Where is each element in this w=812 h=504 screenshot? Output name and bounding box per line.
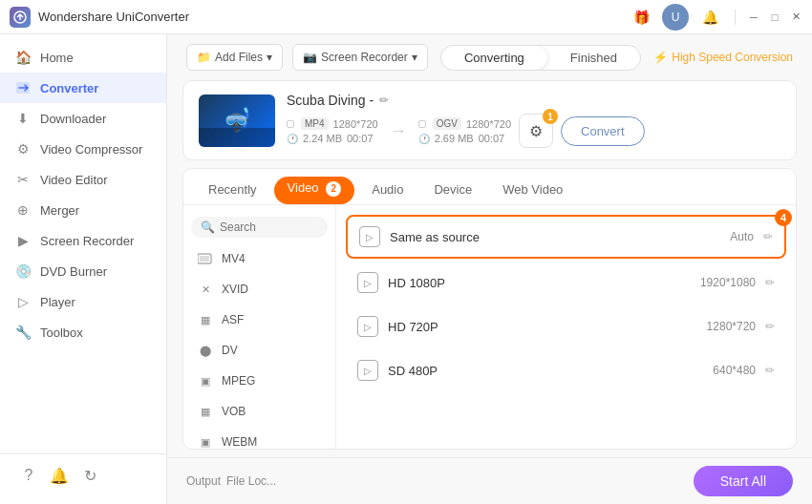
edit-icon-3[interactable]: ✏ xyxy=(765,320,775,333)
sidebar-item-toolbox[interactable]: 🔧 Toolbox xyxy=(0,317,166,347)
item-title: Scuba Diving - ✏ xyxy=(287,93,780,108)
film-icon-3: ▦ xyxy=(197,311,214,328)
film-icon-7: ▣ xyxy=(197,433,214,449)
close-button[interactable]: ✕ xyxy=(789,10,802,24)
target-file-info: OGV 1280*720 🕐 2.69 MB 00:07 xyxy=(418,117,511,144)
tab-group: Converting Finished xyxy=(438,45,645,71)
clock-icon-2: 🕐 xyxy=(418,134,430,144)
start-all-button[interactable]: Start All xyxy=(694,466,793,496)
quality-item-same-source[interactable]: ▷ Same as source Auto ✏ 4 xyxy=(346,215,786,259)
bottom-bar: Output File Loc... Start All xyxy=(167,457,812,504)
file-location-label: File Loc... xyxy=(226,474,276,488)
film-icon-5: ▣ xyxy=(197,372,214,389)
film-icon-6: ▦ xyxy=(197,403,214,420)
tab-web-video[interactable]: Web Video xyxy=(489,177,576,204)
quality-item-hd1080p[interactable]: ▷ HD 1080P 1920*1080 ✏ xyxy=(346,262,786,303)
tab-device[interactable]: Device xyxy=(420,177,485,204)
app-title: Wondershare UniConverter xyxy=(38,10,628,24)
sidebar-item-player[interactable]: ▷ Player xyxy=(0,286,166,317)
format-panel-inner: 🔍 MV4 ✕ XVID ▦ ASF xyxy=(183,205,796,449)
edit-icon-4[interactable]: ✏ xyxy=(765,364,775,377)
title-bar: Wondershare UniConverter 🎁 U 🔔 ─ □ ✕ xyxy=(0,0,812,34)
bell-icon[interactable]: 🔔 xyxy=(696,4,723,31)
dvd-burner-icon: 💿 xyxy=(15,263,31,279)
toolbox-icon: 🔧 xyxy=(15,325,31,340)
downloader-icon: ⬇ xyxy=(15,111,31,126)
film-icon-2: ✕ xyxy=(197,281,214,298)
user-avatar[interactable]: U xyxy=(662,4,689,31)
gift-icon[interactable]: 🎁 xyxy=(628,4,654,31)
format-item-vob[interactable]: ▦ VOB xyxy=(183,396,335,427)
sidebar-bottom: ? 🔔 ↻ xyxy=(0,453,166,496)
tab-video[interactable]: Video 2 xyxy=(274,177,355,204)
format-item-asf[interactable]: ▦ ASF xyxy=(183,304,335,335)
tab-finished[interactable]: Finished xyxy=(547,46,640,70)
play-icon-3: ▷ xyxy=(357,316,378,337)
title-bar-actions: 🎁 U 🔔 ─ □ ✕ xyxy=(628,4,802,31)
notification-icon[interactable]: 🔔 xyxy=(46,462,73,489)
app-logo xyxy=(10,7,31,28)
camera-button[interactable]: 📷 Screen Recorder ▾ xyxy=(292,44,428,71)
quality-list: ▷ Same as source Auto ✏ 4 ▷ HD 1080P 192… xyxy=(336,205,796,449)
high-speed-button[interactable]: ⚡ High Speed Conversion xyxy=(653,51,793,64)
maximize-button[interactable]: □ xyxy=(768,10,781,24)
format-panel-outer: Recently Video 2 Audio Device Web Video … xyxy=(182,168,797,450)
search-icon: 🔍 xyxy=(201,220,215,234)
minimize-button[interactable]: ─ xyxy=(747,10,760,24)
lightning-icon: ⚡ xyxy=(653,51,668,64)
clock-icon: 🕐 xyxy=(287,134,298,144)
chevron-down-icon: ▾ xyxy=(267,51,272,64)
sidebar-item-converter[interactable]: Converter xyxy=(0,73,166,103)
edit-icon-2[interactable]: ✏ xyxy=(765,276,775,289)
camera-icon: 📷 xyxy=(303,51,317,64)
output-label: Output xyxy=(186,474,221,488)
format-item-mv4[interactable]: MV4 xyxy=(183,243,335,274)
svg-rect-3 xyxy=(200,256,209,262)
film-icon-4: ⬤ xyxy=(197,342,214,359)
screen-recorder-icon: ▶ xyxy=(15,233,31,248)
sidebar-item-dvd-burner[interactable]: 💿 DVD Burner xyxy=(0,256,166,286)
edit-title-icon[interactable]: ✏ xyxy=(379,94,389,107)
edit-icon[interactable]: ✏ xyxy=(763,230,773,243)
quality-item-hd720p[interactable]: ▷ HD 720P 1280*720 ✏ xyxy=(346,306,786,346)
question-icon[interactable]: ? xyxy=(15,462,42,489)
settings-button[interactable]: ⚙ 1 xyxy=(519,114,553,148)
format-item-dv[interactable]: ⬤ DV xyxy=(183,335,335,366)
quality-item-sd480p[interactable]: ▷ SD 480P 640*480 ✏ xyxy=(346,350,786,390)
settings-badge: 1 xyxy=(543,109,558,124)
sidebar-item-screen-recorder[interactable]: ▶ Screen Recorder xyxy=(0,225,166,256)
play-icon-4: ▷ xyxy=(357,360,378,381)
source-file-info: MP4 1280*720 🕐 2.24 MB 00:07 xyxy=(287,117,378,144)
tab-recently[interactable]: Recently xyxy=(195,177,270,204)
target-format-badge xyxy=(418,120,426,128)
search-input[interactable] xyxy=(220,220,318,234)
tab-converting[interactable]: Converting xyxy=(441,46,547,70)
editor-icon: ✂ xyxy=(15,172,31,187)
content-toolbar: 📁 Add Files ▾ 📷 Screen Recorder ▾ Conver… xyxy=(167,34,812,80)
format-item-xvid[interactable]: ✕ XVID xyxy=(183,274,335,304)
sidebar-item-merger[interactable]: ⊕ Merger xyxy=(0,195,166,225)
format-list: 🔍 MV4 ✕ XVID ▦ ASF xyxy=(183,205,336,449)
sidebar-item-video-editor[interactable]: ✂ Video Editor xyxy=(0,164,166,195)
video-thumbnail: 🤿 xyxy=(199,94,275,147)
convert-button[interactable]: Convert xyxy=(561,116,645,146)
quality-badge-4: 4 xyxy=(775,209,792,226)
sidebar-item-video-compressor[interactable]: ⚙ Video Compressor xyxy=(0,134,166,164)
sidebar-item-downloader[interactable]: ⬇ Downloader xyxy=(0,103,166,134)
format-item-mpeg[interactable]: ▣ MPEG xyxy=(183,366,335,396)
sidebar-item-home[interactable]: 🏠 Home xyxy=(0,42,166,73)
tab-toggle: Converting Finished xyxy=(440,45,641,71)
merger-icon: ⊕ xyxy=(15,202,31,218)
add-files-button[interactable]: 📁 Add Files ▾ xyxy=(186,44,283,71)
tab-audio[interactable]: Audio xyxy=(358,177,417,204)
play-icon: ▷ xyxy=(359,226,380,247)
format-item-webm[interactable]: ▣ WEBM xyxy=(183,427,335,449)
chevron-down-icon-2: ▾ xyxy=(412,51,417,64)
video-tab-badge: 2 xyxy=(326,181,341,197)
refresh-icon[interactable]: ↻ xyxy=(76,462,103,489)
player-icon: ▷ xyxy=(15,294,31,309)
add-icon: 📁 xyxy=(197,51,211,64)
convert-item-area: 🤿 Scuba Diving - ✏ MP4 1280*720 xyxy=(182,80,797,160)
gear-icon: ⚙ xyxy=(529,122,543,140)
arrow-right-icon: → xyxy=(390,121,407,141)
